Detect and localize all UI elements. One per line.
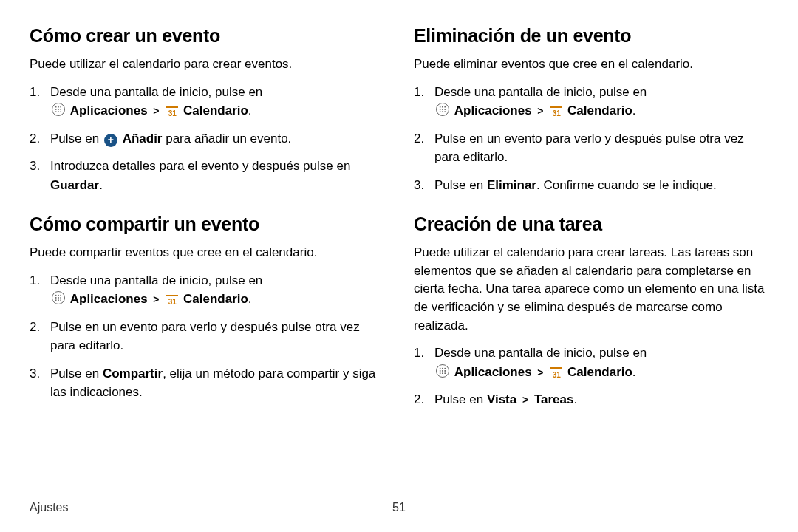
steps-delete-event: Desde una pantalla de inicio, pulse en A… bbox=[414, 83, 768, 195]
footer-page-number: 51 bbox=[392, 501, 406, 514]
footer-section-label: Ajustes bbox=[30, 501, 68, 514]
period: . bbox=[248, 292, 252, 306]
intro-share-event: Puede compartir eventos que cree en el c… bbox=[30, 244, 384, 262]
share-label: Compartir bbox=[103, 366, 163, 381]
content-columns: Cómo crear un evento Puede utilizar el c… bbox=[30, 25, 768, 429]
period: . bbox=[573, 392, 577, 406]
step-text: Desde una pantalla de inicio, pulse en bbox=[50, 273, 262, 287]
steps-create-event: Desde una pantalla de inicio, pulse en A… bbox=[30, 83, 384, 195]
step-text: Pulse en un evento para verlo y después … bbox=[50, 320, 360, 353]
heading-create-task: Creación de una tarea bbox=[414, 214, 768, 235]
chevron-right-icon: > bbox=[522, 394, 528, 406]
step-text: . Confirme cuando se le indique. bbox=[536, 178, 717, 192]
step-text: para añadir un evento. bbox=[166, 132, 291, 146]
step-item: Desde una pantalla de inicio, pulse en A… bbox=[30, 271, 384, 309]
section-create-task: Creación de una tarea Puede utilizar el … bbox=[414, 214, 768, 409]
step-item: Desde una pantalla de inicio, pulse en A… bbox=[414, 83, 768, 120]
section-delete-event: Eliminación de un evento Puede eliminar … bbox=[414, 25, 768, 194]
step-item: Pulse en Añadir para añadir un evento. bbox=[30, 129, 384, 149]
heading-delete-event: Eliminación de un evento bbox=[414, 25, 768, 47]
step-item: Pulse en Eliminar. Confirme cuando se le… bbox=[414, 176, 768, 195]
step-item: Pulse en un evento para verlo y después … bbox=[414, 129, 768, 167]
chevron-right-icon: > bbox=[153, 105, 159, 117]
step-text: Desde una pantalla de inicio, pulse en bbox=[434, 85, 647, 99]
apps-label: Aplicaciones bbox=[70, 292, 148, 306]
apps-label: Aplicaciones bbox=[454, 365, 532, 379]
calendar-label: Calendario bbox=[183, 103, 248, 117]
calendar-icon bbox=[550, 106, 562, 118]
step-text: Pulse en un evento para verlo y después … bbox=[434, 132, 744, 165]
calendar-label: Calendario bbox=[183, 292, 248, 306]
apps-label: Aplicaciones bbox=[70, 103, 148, 117]
apps-icon bbox=[52, 291, 65, 304]
step-text: Desde una pantalla de inicio, pulse en bbox=[434, 346, 647, 360]
chevron-right-icon: > bbox=[537, 366, 543, 378]
heading-create-event: Cómo crear un evento bbox=[30, 25, 384, 47]
calendar-label: Calendario bbox=[567, 365, 632, 379]
plus-icon bbox=[104, 134, 117, 147]
section-share-event: Cómo compartir un evento Puede compartir… bbox=[30, 214, 384, 402]
steps-share-event: Desde una pantalla de inicio, pulse en A… bbox=[30, 271, 384, 402]
calendar-icon bbox=[550, 367, 562, 379]
apps-icon bbox=[436, 364, 449, 378]
calendar-icon bbox=[166, 295, 178, 307]
step-text: Desde una pantalla de inicio, pulse en bbox=[50, 85, 262, 99]
period: . bbox=[248, 103, 252, 117]
step-item: Desde una pantalla de inicio, pulse en A… bbox=[414, 344, 768, 381]
chevron-right-icon: > bbox=[153, 293, 159, 305]
page-footer: Ajustes 51 bbox=[30, 501, 768, 514]
step-text: Pulse en bbox=[50, 366, 103, 381]
intro-delete-event: Puede eliminar eventos que cree en el ca… bbox=[414, 55, 768, 74]
step-item: Desde una pantalla de inicio, pulse en A… bbox=[30, 83, 384, 120]
section-create-event: Cómo crear un evento Puede utilizar el c… bbox=[30, 25, 384, 194]
apps-label: Aplicaciones bbox=[454, 103, 532, 117]
apps-icon bbox=[436, 103, 449, 116]
save-label: Guardar bbox=[50, 178, 99, 192]
intro-create-event: Puede utilizar el calendario para crear … bbox=[30, 55, 384, 74]
step-item: Introduzca detalles para el evento y des… bbox=[30, 157, 384, 194]
heading-share-event: Cómo compartir un evento bbox=[30, 214, 384, 235]
apps-icon bbox=[52, 103, 65, 116]
step-text: Pulse en bbox=[434, 178, 487, 192]
step-item: Pulse en Compartir, elija un método para… bbox=[30, 364, 384, 402]
period: . bbox=[99, 178, 103, 192]
step-item: Pulse en un evento para verlo y después … bbox=[30, 318, 384, 355]
chevron-right-icon: > bbox=[537, 105, 543, 117]
right-column: Eliminación de un evento Puede eliminar … bbox=[414, 25, 768, 429]
intro-create-task: Puede utilizar el calendario para crear … bbox=[414, 244, 768, 335]
period: . bbox=[632, 365, 636, 379]
tasks-label: Tareas bbox=[534, 392, 574, 406]
left-column: Cómo crear un evento Puede utilizar el c… bbox=[30, 25, 384, 429]
delete-label: Eliminar bbox=[487, 178, 536, 192]
add-label: Añadir bbox=[123, 132, 163, 146]
step-item: Pulse en Vista > Tareas. bbox=[414, 390, 768, 409]
calendar-label: Calendario bbox=[567, 103, 632, 117]
steps-create-task: Desde una pantalla de inicio, pulse en A… bbox=[414, 344, 768, 409]
step-text: Introduzca detalles para el evento y des… bbox=[50, 159, 350, 173]
step-text: Pulse en bbox=[50, 132, 103, 146]
step-text: Pulse en bbox=[434, 392, 487, 406]
view-label: Vista bbox=[487, 392, 516, 406]
calendar-icon bbox=[166, 106, 178, 118]
period: . bbox=[632, 103, 636, 117]
